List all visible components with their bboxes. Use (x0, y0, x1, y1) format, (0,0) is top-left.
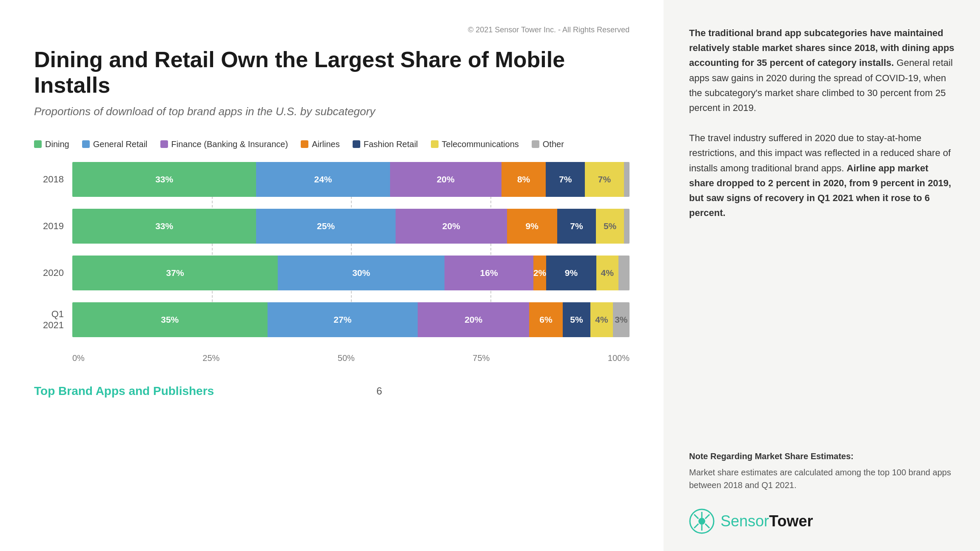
note-title: Note Regarding Market Share Estimates: (689, 452, 854, 461)
segment-label: 9% (526, 221, 538, 231)
right-text-block-2: The travel industry suffered in 2020 due… (689, 131, 954, 220)
segment-label: 4% (601, 268, 614, 278)
sensor-tower-logo: Sensor Tower (689, 508, 954, 534)
bar-segment: 4% (596, 256, 618, 290)
chart: 201833%24%20%8%7%7%201933%25%20%9%7%5%20… (34, 162, 630, 363)
bar-segment (618, 256, 630, 290)
legend-label: Airlines (312, 139, 340, 149)
bar: 33%24%20%8%7%7% (72, 162, 630, 197)
bar-segment: 4% (590, 302, 612, 337)
legend-color (301, 140, 308, 148)
right-panel: The traditional brand app subcategories … (664, 0, 980, 551)
page-title: Dining and Retail Own the Largest Share … (34, 47, 630, 98)
svg-point-1 (698, 518, 705, 525)
segment-label: 7% (598, 174, 611, 185)
x-tick: 50% (338, 353, 355, 363)
copyright-text: © 2021 Sensor Tower Inc. - All Rights Re… (34, 26, 630, 34)
segment-label: 30% (352, 268, 370, 278)
segment-label: 33% (155, 174, 173, 185)
segment-label: 3% (615, 315, 627, 325)
chart-row: Q1 202135%27%20%6%5%4%3% (34, 302, 630, 337)
legend-color (353, 140, 360, 148)
bar-segment: 33% (72, 209, 256, 244)
segment-label: 5% (604, 221, 616, 231)
segment-label: 27% (333, 315, 351, 325)
bar: 37%30%16%2%9%4% (72, 256, 630, 290)
legend-item: Other (532, 139, 564, 149)
legend-label: Fashion Retail (364, 139, 418, 149)
legend-item: Finance (Banking & Insurance) (160, 139, 288, 149)
bar-segment (624, 162, 630, 197)
legend: Dining General Retail Finance (Banking &… (34, 139, 630, 149)
segment-label: 37% (166, 268, 184, 278)
segment-label: 16% (480, 268, 498, 278)
bars-area: 201833%24%20%8%7%7%201933%25%20%9%7%5%20… (34, 162, 630, 349)
segment-label: 24% (314, 174, 332, 185)
bar-segment (624, 209, 630, 244)
year-label: 2019 (34, 221, 72, 232)
year-label: 2020 (34, 267, 72, 278)
sensor-word: Sensor (721, 512, 769, 530)
legend-item: Dining (34, 139, 69, 149)
legend-item: Telecommunications (431, 139, 519, 149)
bar-segment: 7% (585, 162, 624, 197)
segment-label: 25% (317, 221, 335, 231)
segment-label: 7% (559, 174, 572, 185)
segment-label: 2% (533, 268, 546, 278)
note-body: Market share estimates are calculated am… (689, 466, 954, 491)
bar-segment: 24% (256, 162, 390, 197)
bar-segment: 37% (72, 256, 278, 290)
segment-label: 20% (464, 315, 482, 325)
bar-segment: 25% (256, 209, 396, 244)
legend-item: Airlines (301, 139, 340, 149)
sensor-tower-icon (689, 508, 715, 534)
sensor-tower-text: Sensor Tower (721, 512, 813, 530)
segment-label: 6% (539, 315, 552, 325)
legend-item: General Retail (82, 139, 148, 149)
bar-segment: 35% (72, 302, 268, 337)
bar-segment: 7% (546, 162, 585, 197)
bar-segment: 27% (268, 302, 418, 337)
segment-label: 35% (161, 315, 179, 325)
note-section: Note Regarding Market Share Estimates: M… (689, 450, 954, 491)
bar-segment: 8% (501, 162, 546, 197)
chart-row: 201833%24%20%8%7%7% (34, 162, 630, 197)
bar-segment: 33% (72, 162, 256, 197)
legend-label: Other (543, 139, 564, 149)
legend-label: Dining (45, 139, 69, 149)
right-text-block-1: The traditional brand app subcategories … (689, 26, 954, 115)
segment-label: 7% (570, 221, 583, 231)
segment-label: 4% (595, 315, 608, 325)
x-tick: 25% (202, 353, 219, 363)
footer-brand: Top Brand Apps and Publishers (34, 384, 214, 398)
bar-segment: 9% (507, 209, 557, 244)
legend-color (431, 140, 439, 148)
legend-color (160, 140, 168, 148)
bar-segment: 6% (529, 302, 563, 337)
bar-segment: 20% (396, 209, 507, 244)
legend-item: Fashion Retail (353, 139, 418, 149)
legend-color (34, 140, 42, 148)
legend-color (82, 140, 90, 148)
x-axis: 0%25%50%75%100% (72, 353, 630, 363)
right-main-content: The traditional brand app subcategories … (689, 26, 954, 236)
page-number: 6 (376, 385, 382, 397)
segment-label: 5% (570, 315, 583, 325)
legend-label: Finance (Banking & Insurance) (171, 139, 288, 149)
bar-segment: 9% (546, 256, 596, 290)
legend-label: Telecommunications (442, 139, 519, 149)
bar-segment: 7% (557, 209, 596, 244)
x-tick: 0% (72, 353, 85, 363)
bar: 33%25%20%9%7%5% (72, 209, 630, 244)
bar-segment: 30% (278, 256, 444, 290)
bar-segment: 5% (596, 209, 624, 244)
bar: 35%27%20%6%5%4%3% (72, 302, 630, 337)
legend-label: General Retail (93, 139, 148, 149)
segment-label: 8% (517, 174, 530, 185)
bar-segment: 16% (444, 256, 533, 290)
subtitle: Proportions of download of top brand app… (34, 105, 630, 118)
left-panel: © 2021 Sensor Tower Inc. - All Rights Re… (0, 0, 664, 551)
chart-row: 201933%25%20%9%7%5% (34, 209, 630, 244)
year-label: 2018 (34, 174, 72, 185)
chart-row: 202037%30%16%2%9%4% (34, 256, 630, 290)
